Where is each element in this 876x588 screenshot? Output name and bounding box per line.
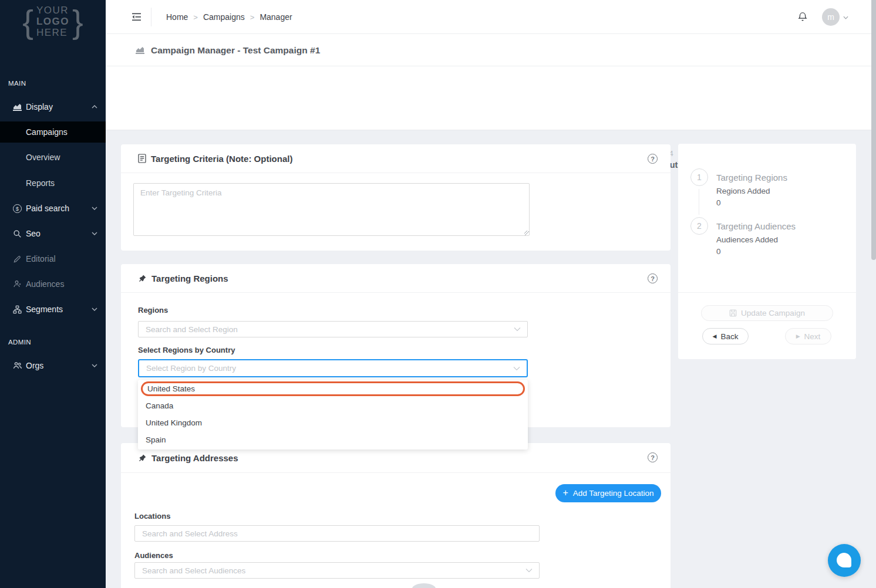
sidebar-section-main: MAIN bbox=[8, 80, 26, 87]
sidebar-item-label: Seo bbox=[26, 229, 41, 238]
chevron-down-icon bbox=[92, 364, 97, 367]
summary-step-count: 0 bbox=[716, 198, 721, 207]
sidebar-item-label: Audiences bbox=[26, 279, 64, 289]
sidebar-item-paid-search[interactable]: $ Paid search bbox=[0, 198, 106, 219]
wizard-stepper: Step 01 Basics Step 02 Targeting Step 03… bbox=[106, 66, 876, 130]
card-header: Targeting Regions ? bbox=[121, 264, 671, 293]
notifications-bell-icon[interactable] bbox=[797, 11, 808, 22]
summary-step-caption: Regions Added bbox=[716, 187, 770, 195]
country-label: Select Regions by Country bbox=[138, 346, 235, 354]
logo-brace-right: } bbox=[72, 5, 83, 38]
breadcrumb-campaigns[interactable]: Campaigns bbox=[203, 12, 245, 22]
help-icon[interactable]: ? bbox=[648, 273, 658, 283]
app-root: { YOUR LOGO HERE } MAIN Display Campaign… bbox=[0, 0, 876, 588]
summary-step-number: 1 bbox=[690, 168, 708, 186]
sidebar-item-label: Editorial bbox=[26, 254, 56, 263]
chart-icon bbox=[13, 103, 23, 111]
scrollbar-thumb[interactable] bbox=[871, 0, 876, 260]
next-button[interactable]: ▶ Next bbox=[785, 328, 831, 344]
summary-step-number: 2 bbox=[690, 217, 708, 235]
sidebar: { YOUR LOGO HERE } MAIN Display Campaign… bbox=[0, 0, 106, 588]
logo-brace-left: { bbox=[22, 5, 33, 38]
locations-label: Locations bbox=[134, 512, 170, 521]
help-icon[interactable]: ? bbox=[648, 452, 658, 462]
logo-word-2: LOGO bbox=[36, 16, 69, 27]
country-select[interactable] bbox=[138, 359, 528, 377]
sidebar-item-segments[interactable]: Segments bbox=[0, 299, 106, 320]
pushpin-icon bbox=[138, 454, 147, 462]
sidebar-item-seo[interactable]: Seo bbox=[0, 223, 106, 244]
audiences-select[interactable] bbox=[134, 562, 540, 579]
sidebar-item-reports[interactable]: Reports bbox=[0, 173, 106, 194]
back-button[interactable]: ◀ Back bbox=[702, 328, 749, 344]
plus-icon: + bbox=[562, 488, 568, 498]
address-search-input[interactable] bbox=[135, 526, 539, 541]
sidebar-item-display[interactable]: Display bbox=[0, 96, 106, 117]
divider bbox=[678, 292, 856, 293]
search-icon bbox=[13, 229, 23, 238]
chart-icon bbox=[136, 46, 144, 54]
card-header: Targeting Criteria (Note: Optional) ? bbox=[121, 144, 671, 173]
audiences-select-input[interactable] bbox=[135, 563, 539, 578]
add-targeting-location-button[interactable]: + Add Targeting Location bbox=[555, 484, 661, 502]
sidebar-section-admin: ADMIN bbox=[8, 339, 31, 346]
chevron-down-icon bbox=[92, 307, 97, 311]
dollar-icon: $ bbox=[13, 204, 23, 213]
dropdown-option-united-kingdom[interactable]: United Kingdom bbox=[138, 414, 528, 431]
next-label: Next bbox=[804, 332, 821, 341]
add-targeting-location-label: Add Targeting Location bbox=[573, 489, 654, 498]
avatar[interactable]: m bbox=[822, 8, 840, 26]
targeting-addresses-card: Targeting Addresses ? + Add Targeting Lo… bbox=[121, 443, 671, 588]
address-search-input-box[interactable] bbox=[134, 525, 540, 542]
top-bar: Home > Campaigns > Manager m bbox=[106, 0, 876, 34]
sidebar-item-label: Campaigns bbox=[26, 127, 68, 137]
dropdown-option-spain[interactable]: Spain bbox=[138, 431, 528, 448]
logo-word-3: HERE bbox=[36, 27, 69, 38]
save-icon bbox=[729, 309, 737, 317]
dropdown-option-canada[interactable]: Canada bbox=[138, 397, 528, 414]
breadcrumb-manager[interactable]: Manager bbox=[260, 12, 292, 22]
pushpin-icon bbox=[138, 274, 147, 283]
breadcrumb-separator: > bbox=[193, 13, 198, 22]
chat-widget-button[interactable] bbox=[828, 544, 861, 577]
page-title-bar: Campaign Manager - Test Campaign #1 bbox=[106, 34, 876, 66]
summary-step-title: Targeting Regions bbox=[716, 173, 787, 183]
sidebar-item-label: Display bbox=[26, 102, 53, 111]
targeting-criteria-textarea[interactable] bbox=[133, 183, 530, 236]
sidebar-item-campaigns[interactable]: Campaigns bbox=[0, 121, 106, 143]
dropdown-option-united-states[interactable]: United States bbox=[141, 381, 525, 396]
sidebar-item-overview[interactable]: Overview bbox=[0, 147, 106, 168]
sidebar-item-editorial[interactable]: Editorial bbox=[0, 248, 106, 269]
back-label: Back bbox=[720, 332, 738, 341]
sidebar-item-label: Segments bbox=[26, 305, 63, 314]
update-campaign-button[interactable]: Update Campaign bbox=[701, 305, 833, 321]
pen-icon bbox=[13, 255, 23, 263]
sidebar-item-label: Reports bbox=[26, 178, 55, 188]
summary-step-title: Targeting Audiences bbox=[716, 221, 796, 231]
next-arrow-icon: ▶ bbox=[796, 333, 800, 339]
logo-word-1: YOUR bbox=[36, 5, 69, 16]
divider bbox=[151, 8, 151, 26]
breadcrumb-home[interactable]: Home bbox=[166, 12, 188, 22]
country-dropdown: United States Canada United Kingdom Spai… bbox=[138, 380, 528, 450]
menu-fold-icon[interactable] bbox=[132, 13, 141, 21]
document-icon bbox=[138, 154, 146, 163]
audiences-label: Audiences bbox=[134, 551, 173, 560]
region-select-input[interactable] bbox=[139, 322, 527, 337]
card-title: Targeting Addresses bbox=[151, 453, 238, 463]
sidebar-item-label: Overview bbox=[26, 153, 60, 162]
avatar-chevron-down-icon[interactable] bbox=[843, 16, 848, 19]
summary-panel: 1 Targeting Regions Regions Added 0 2 Ta… bbox=[678, 144, 856, 359]
chevron-down-icon bbox=[92, 232, 97, 235]
summary-step-caption: Audiences Added bbox=[716, 235, 778, 244]
regions-label: Regions bbox=[138, 306, 168, 315]
country-select-input[interactable] bbox=[139, 360, 527, 376]
sidebar-item-audiences[interactable]: Audiences bbox=[0, 273, 106, 295]
logo: { YOUR LOGO HERE } bbox=[0, 5, 106, 38]
person-star-icon bbox=[13, 279, 23, 289]
sidebar-item-orgs[interactable]: Orgs bbox=[0, 355, 106, 376]
region-select[interactable] bbox=[138, 321, 528, 337]
help-icon[interactable]: ? bbox=[648, 154, 658, 164]
card-title: Targeting Criteria (Note: Optional) bbox=[151, 154, 292, 164]
sidebar-item-label: Paid search bbox=[26, 204, 69, 213]
